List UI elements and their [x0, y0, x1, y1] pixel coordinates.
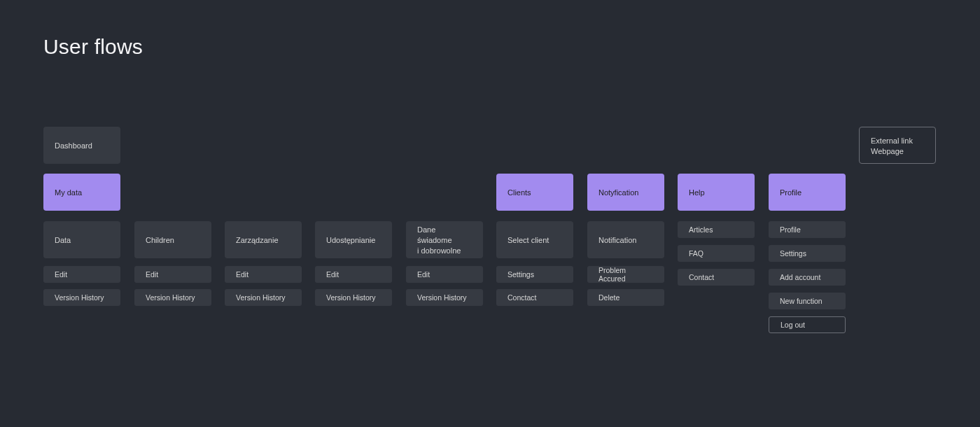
- node-zarzadzanie-edit[interactable]: Edit: [225, 266, 302, 283]
- section-notification[interactable]: Notyfication: [587, 174, 664, 211]
- node-udostepnianie-edit[interactable]: Edit: [315, 266, 392, 283]
- external-link-card[interactable]: External link Webpage: [859, 127, 936, 164]
- node-profile-profile[interactable]: Profile: [769, 221, 846, 238]
- page-title: User flows: [43, 35, 143, 59]
- node-udostepnianie[interactable]: Udostępnianie: [315, 221, 392, 258]
- node-help-articles[interactable]: Articles: [678, 221, 755, 238]
- node-children[interactable]: Children: [134, 221, 211, 258]
- node-dane-edit[interactable]: Edit: [406, 266, 483, 283]
- node-zarzadzanie[interactable]: Zarządzanie: [225, 221, 302, 258]
- node-data-version[interactable]: Version History: [43, 289, 120, 306]
- node-zarzadzanie-version[interactable]: Version History: [225, 289, 302, 306]
- node-udostepnianie-version[interactable]: Version History: [315, 289, 392, 306]
- node-data[interactable]: Data: [43, 221, 120, 258]
- node-dane-swiadome-line2: i dobrowolne: [417, 246, 472, 256]
- node-select-client[interactable]: Select client: [496, 221, 573, 258]
- node-children-edit[interactable]: Edit: [134, 266, 211, 283]
- node-help-faq[interactable]: FAQ: [678, 245, 755, 262]
- node-dane-version[interactable]: Version History: [406, 289, 483, 306]
- node-profile-new-function[interactable]: New function: [769, 293, 846, 309]
- section-my-data[interactable]: My data: [43, 174, 120, 211]
- node-profile-add-account[interactable]: Add account: [769, 269, 846, 286]
- external-link-line1: External link: [871, 136, 913, 146]
- node-clients-contact[interactable]: Conctact: [496, 289, 573, 306]
- node-problem-accured[interactable]: Problem Accured: [587, 266, 664, 283]
- section-clients[interactable]: Clients: [496, 174, 573, 211]
- node-notification-item[interactable]: Notification: [587, 221, 664, 258]
- node-profile-settings[interactable]: Settings: [769, 245, 846, 262]
- section-help[interactable]: Help: [678, 174, 755, 211]
- node-help-contact[interactable]: Contact: [678, 269, 755, 286]
- external-link-line2: Webpage: [871, 146, 913, 157]
- section-profile[interactable]: Profile: [769, 174, 846, 211]
- node-dane-swiadome[interactable]: Dane świadome i dobrowolne: [406, 221, 483, 258]
- node-dashboard[interactable]: Dashboard: [43, 127, 120, 164]
- node-notification-delete[interactable]: Delete: [587, 289, 664, 306]
- node-children-version[interactable]: Version History: [134, 289, 211, 306]
- node-profile-log-out[interactable]: Log out: [769, 316, 846, 333]
- node-data-edit[interactable]: Edit: [43, 266, 120, 283]
- node-clients-settings[interactable]: Settings: [496, 266, 573, 283]
- node-dane-swiadome-line1: Dane świadome: [417, 225, 472, 246]
